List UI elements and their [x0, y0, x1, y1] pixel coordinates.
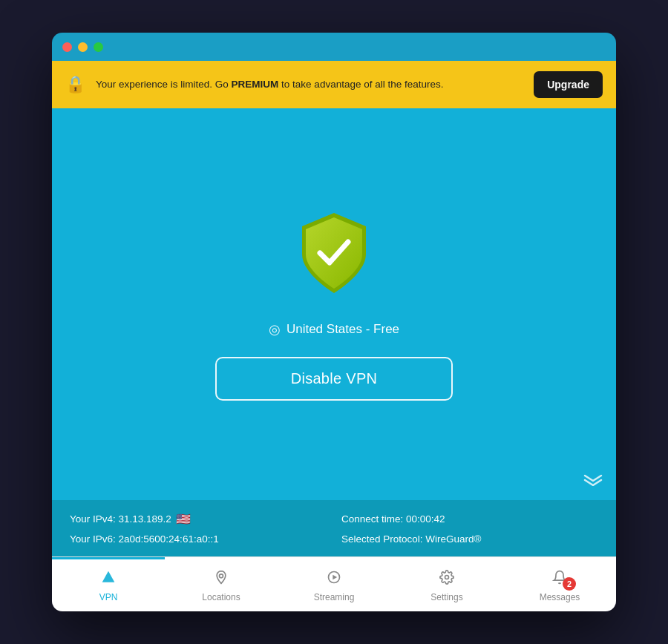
shield-container [293, 208, 375, 300]
ipv4-info: Your IPv4: 31.13.189.2 🇺🇸 [70, 512, 327, 526]
ipv4-label: Your IPv4: 31.13.189.2 [70, 513, 171, 525]
upgrade-banner: 🔒 Your experience is limited. Go PREMIUM… [52, 61, 616, 108]
app-window: 🔒 Your experience is limited. Go PREMIUM… [52, 33, 616, 611]
protocol-info: Selected Protocol: WireGuard® [341, 533, 598, 545]
banner-text: Your experience is limited. Go PREMIUM t… [96, 78, 523, 92]
svg-point-1 [220, 574, 223, 578]
main-content: ◎ United States - Free Disable VPN [52, 108, 616, 500]
settings-icon [439, 570, 454, 588]
ipv6-info: Your IPv6: 2a0d:5600:24:61:a0::1 [70, 533, 327, 545]
lock-icon: 🔒 [65, 75, 85, 94]
nav-item-locations[interactable]: Locations [165, 557, 278, 611]
location-label: United States - Free [286, 322, 399, 337]
nav-item-vpn[interactable]: VPN [52, 557, 165, 611]
location-pin-icon: ◎ [269, 321, 281, 338]
upgrade-button[interactable]: Upgrade [534, 71, 603, 98]
maximize-button[interactable] [94, 42, 103, 52]
nav-label-settings: Settings [430, 592, 462, 602]
banner-bold-text: PREMIUM [232, 79, 279, 90]
title-bar [52, 33, 616, 61]
chevron-down-icon[interactable] [583, 474, 603, 490]
nav-item-settings[interactable]: Settings [390, 557, 503, 611]
location-row: ◎ United States - Free [269, 321, 399, 338]
traffic-lights [62, 42, 103, 52]
svg-marker-0 [102, 571, 115, 582]
vpn-icon [101, 570, 116, 588]
connect-time-info: Connect time: 00:00:42 [341, 512, 598, 526]
bottom-nav: VPN Locations Streaming [52, 556, 616, 611]
shield-icon [293, 208, 375, 298]
nav-item-messages[interactable]: 2 Messages [503, 557, 616, 611]
banner-normal-text: Your experience is limited. Go [96, 79, 232, 90]
nav-label-vpn: VPN [99, 592, 118, 602]
minimize-button[interactable] [78, 42, 88, 52]
messages-badge: 2 [563, 577, 576, 591]
nav-label-streaming: Streaming [314, 592, 355, 602]
close-button[interactable] [62, 42, 72, 52]
locations-icon [214, 570, 229, 588]
disable-vpn-button[interactable]: Disable VPN [215, 357, 453, 401]
protocol-label: Selected Protocol: WireGuard® [341, 533, 482, 545]
nav-label-messages: Messages [540, 592, 580, 602]
nav-item-streaming[interactable]: Streaming [278, 557, 390, 611]
info-bar: Your IPv4: 31.13.189.2 🇺🇸 Connect time: … [52, 500, 616, 556]
streaming-icon [327, 570, 341, 588]
nav-label-locations: Locations [202, 592, 240, 602]
svg-marker-3 [333, 575, 337, 580]
messages-icon: 2 [552, 570, 567, 588]
ipv6-label: Your IPv6: 2a0d:5600:24:61:a0::1 [70, 533, 219, 545]
svg-point-4 [445, 576, 449, 579]
connect-time-label: Connect time: 00:00:42 [341, 513, 445, 525]
banner-after-text: to take advantage of all the features. [278, 79, 443, 90]
us-flag-icon: 🇺🇸 [176, 512, 191, 526]
